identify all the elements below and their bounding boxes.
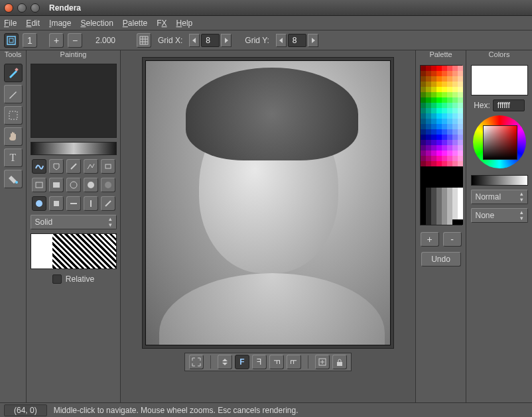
svg-rect-23 [70,203,77,204]
shape-circle-fill[interactable] [84,178,98,192]
brush-tool[interactable] [4,64,23,82]
palette-panel: Palette + - Undo [415,50,466,402]
brush-size-strip[interactable] [31,142,117,155]
zoom-value: 2.000 [89,36,122,45]
brush-mode-dropdown[interactable]: Solid ▴▾ [31,215,117,229]
painting-title: Painting [27,50,120,62]
toolbar: 1 + − 2.000 Grid X: 8 Grid Y: 8 [0,30,532,50]
tip-diag[interactable] [101,196,115,211]
pencil-tool[interactable] [4,85,23,103]
rotate-90-button[interactable]: F [252,355,267,369]
shape-outline-row [32,178,115,192]
tip-hline[interactable] [66,196,81,211]
wrap-mode-dropdown[interactable]: None ▴▾ [471,208,528,223]
hex-label: Hex: [474,101,490,110]
shape-blur[interactable] [101,178,115,192]
svg-rect-22 [54,201,59,206]
text-tool[interactable]: T [4,149,23,167]
gridy-decrease[interactable] [276,34,287,47]
menubar: File Edit Image Selection Palette FX Hel… [0,16,532,30]
zoom-100-button[interactable]: 1 [23,33,37,48]
svg-line-14 [71,164,76,169]
painting-panel: Painting Solid ▴▾ [27,50,121,402]
stroke-freehand[interactable] [32,159,46,174]
svg-rect-16 [36,182,42,188]
current-color-swatch[interactable] [471,65,528,95]
canvas-frame [142,57,394,349]
menu-image[interactable]: Image [49,19,71,28]
menu-edit[interactable]: Edit [26,19,40,28]
svg-rect-15 [105,164,111,168]
svg-marker-26 [222,359,228,361]
menu-fx[interactable]: FX [157,19,166,28]
gridy-increase[interactable] [308,34,318,47]
colors-title: Colors [466,50,532,62]
zoom-fit-button[interactable] [4,33,19,48]
rotate-180-button[interactable]: F [269,355,284,369]
flip-v-button[interactable] [218,355,232,369]
tip-square[interactable] [49,196,64,211]
select-tool[interactable] [4,106,23,125]
window-close-button[interactable] [4,3,13,13]
color-wheel[interactable] [473,115,526,168]
palette-add-button[interactable]: + [421,232,439,247]
chevron-updown-icon: ▴▾ [520,209,523,221]
palette-remove-button[interactable]: - [443,232,462,247]
blend-mode-dropdown[interactable]: Normal ▴▾ [471,190,528,204]
svg-line-25 [105,201,111,206]
svg-rect-2 [140,36,148,44]
fullscreen-button[interactable] [189,355,204,369]
svg-point-20 [105,182,111,188]
relative-checkbox[interactable] [52,274,62,284]
shape-rect-outline[interactable] [32,178,46,192]
hex-field[interactable]: ffffff [493,99,525,111]
svg-point-13 [15,181,18,184]
wrap-mode-value: None [476,211,495,220]
shape-circle-outline[interactable] [66,178,81,192]
lock-button[interactable] [332,355,347,369]
canvas[interactable] [145,60,391,345]
svg-point-18 [70,182,77,188]
menu-file[interactable]: File [4,19,17,28]
stroke-region[interactable] [49,159,64,174]
gridx-field[interactable]: 8 [201,34,220,47]
canvas-toolbar: F F F F [184,353,352,371]
svg-marker-27 [222,363,228,365]
svg-point-21 [36,200,42,207]
menu-selection[interactable]: Selection [80,19,113,28]
rotate-0-button[interactable]: F [235,355,249,369]
pattern-picker[interactable] [31,233,117,269]
stroke-rect[interactable] [101,159,115,174]
zoom-in-button[interactable]: + [49,33,64,48]
canvas-area: F F F F [121,50,415,402]
palette-undo-button[interactable]: Undo [421,252,461,267]
tip-round[interactable] [32,196,46,211]
menu-palette[interactable]: Palette [123,19,147,28]
toggle-grid-button[interactable] [137,33,151,48]
tip-vline[interactable] [84,196,98,211]
status-coords: (64, 0) [4,404,47,416]
stroke-polyline[interactable] [84,159,98,174]
status-hint: Middle-click to navigate. Mouse wheel zo… [54,406,299,415]
window-maximize-button[interactable] [31,3,40,13]
brush-mode-value: Solid [35,217,53,227]
rotate-270-button[interactable]: F [287,355,301,369]
svg-marker-10 [312,38,315,43]
menu-help[interactable]: Help [176,19,193,28]
value-slider[interactable] [471,175,528,186]
gridx-increase[interactable] [221,34,232,47]
relative-label: Relative [66,274,94,284]
svg-rect-24 [90,200,92,207]
center-button[interactable] [315,355,330,369]
blend-mode-value: Normal [476,192,501,202]
hand-tool[interactable] [4,127,23,146]
svg-marker-8 [225,38,228,43]
zoom-out-button[interactable]: − [68,33,82,48]
window-minimize-button[interactable] [17,3,27,13]
gridx-decrease[interactable] [189,34,200,47]
palette-grid[interactable] [420,65,462,225]
gridy-field[interactable]: 8 [288,34,306,47]
shape-rect-fill[interactable] [49,178,64,192]
stroke-line[interactable] [66,159,81,174]
fill-tool[interactable] [4,170,23,188]
